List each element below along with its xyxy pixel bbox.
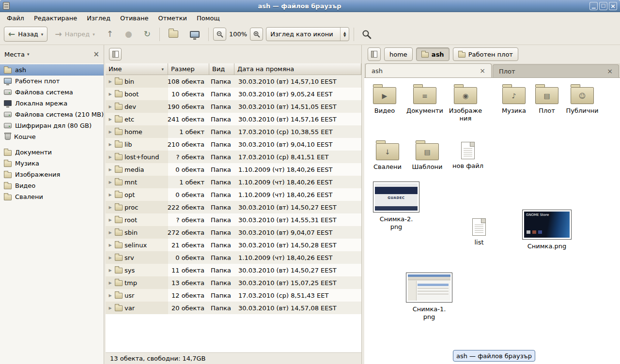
close-button[interactable]: ×	[609, 2, 617, 10]
expander-icon[interactable]: ▶	[108, 105, 113, 109]
sidebar-item-pictures[interactable]: Изображения	[0, 169, 104, 180]
stop-button[interactable]: ●	[121, 27, 137, 42]
expander-icon[interactable]: ▶	[108, 230, 113, 235]
tab-plot[interactable]: Плот×	[493, 64, 619, 77]
expander-icon[interactable]: ▶	[108, 268, 113, 273]
icon-view[interactable]: ▶ Видео ≡ Документи ◉ Изображения ♪ Музи…	[364, 77, 620, 364]
zoom-out-button[interactable]	[213, 28, 226, 41]
sidebar-item-videos[interactable]: Видео	[0, 180, 104, 191]
path-button-home[interactable]: home	[384, 47, 413, 61]
sidebar-item-documents[interactable]: Документи	[0, 147, 104, 158]
expander-icon[interactable]: ▶	[108, 243, 113, 247]
expander-icon[interactable]: ▶	[108, 79, 113, 84]
view-mode-select[interactable]: Изглед като икони ▲▼	[266, 27, 349, 41]
icon-item-snimka-2[interactable]: GUADEC Снимка-2.png	[372, 182, 420, 230]
expander-icon[interactable]: ▶	[108, 205, 113, 210]
column-header-date[interactable]: Дата на промяна	[234, 63, 361, 75]
menu-view[interactable]: Изглед	[82, 13, 115, 23]
icon-item-downloads[interactable]: ↓ Свалени	[367, 140, 408, 171]
combo-spinner-icon[interactable]: ▲▼	[340, 28, 349, 41]
menu-file[interactable]: Файл	[2, 13, 29, 23]
table-row-srv[interactable]: ▶srv0 обектаПапка1.10.2009 (чт) 18,40,26…	[106, 251, 361, 264]
icon-item-templates[interactable]: ▤ Шаблони	[407, 140, 448, 171]
table-row-usr[interactable]: ▶usr12 обектаПапка17.03.2010 (ср) 8,51,4…	[106, 289, 361, 302]
table-row-bin[interactable]: ▶bin108 обектаПапка30.03.2010 (вт) 14,57…	[106, 75, 361, 88]
table-row-sys[interactable]: ▶sys11 обектаПапка30.03.2010 (вт) 14,50,…	[106, 264, 361, 276]
icon-item-snimka-1[interactable]: Снимка-1.png	[405, 273, 453, 320]
sidebar-item-encrypted[interactable]: Шифриран дял (80 GB)	[0, 120, 104, 131]
table-row-tmp[interactable]: ▶tmp13 обектаПапка30.03.2010 (вт) 15,07,…	[106, 276, 361, 289]
expander-icon[interactable]: ▶	[108, 256, 113, 260]
expander-icon[interactable]: ▶	[108, 155, 113, 159]
table-row-boot[interactable]: ▶boot10 обектаПапка30.03.2010 (вт) 9,05,…	[106, 88, 361, 100]
table-row-proc[interactable]: ▶proc222 обектаПапка30.03.2010 (вт) 14,5…	[106, 201, 361, 213]
menu-help[interactable]: Помощ	[192, 13, 225, 23]
sidebar-item-network[interactable]: Локална мрежа	[0, 98, 104, 109]
column-header-size[interactable]: Размер	[168, 63, 209, 75]
expander-icon[interactable]: ▶	[108, 167, 113, 172]
back-dropdown-icon[interactable]: ▾	[41, 32, 44, 37]
expander-icon[interactable]: ▶	[108, 293, 113, 298]
expander-icon[interactable]: ▶	[108, 306, 113, 310]
sidebar-item-filesystem[interactable]: Файлова система	[0, 87, 104, 98]
back-button[interactable]: ← Назад ▾	[4, 27, 47, 42]
icon-item-snimka[interactable]: GNOME Store Снимка.png	[520, 210, 574, 250]
taskbar-window-button[interactable]: ash — файлов браузър	[453, 350, 535, 362]
sidebar-item-filesystem-210mb[interactable]: Файлова система (210 MB)	[0, 109, 104, 120]
icon-item-documents[interactable]: ≡ Документи	[404, 84, 445, 115]
icon-item-desktop[interactable]: ▤ Плот	[527, 84, 567, 115]
sidebar-close-icon[interactable]: ×	[93, 51, 99, 58]
table-row-selinux[interactable]: ▶selinux21 обектаПапка30.03.2010 (вт) 14…	[106, 239, 361, 251]
expander-icon[interactable]: ▶	[108, 218, 113, 222]
expander-icon[interactable]: ▶	[108, 92, 113, 96]
table-row-home[interactable]: ▶home1 обектПапка17.03.2010 (ср) 10,38,5…	[106, 125, 361, 138]
table-row-media[interactable]: ▶media0 обектаПапка1.10.2009 (чт) 18,40,…	[106, 163, 361, 176]
icon-item-pictures[interactable]: ◉ Изображения	[445, 84, 486, 122]
tree-pane-button[interactable]	[109, 48, 122, 61]
expander-icon[interactable]: ▶	[108, 281, 113, 285]
menu-bookmarks[interactable]: Отметки	[153, 13, 191, 23]
menu-edit[interactable]: Редактиране	[29, 13, 82, 23]
menu-go[interactable]: Отиване	[115, 13, 153, 23]
sidebar-item-desktop[interactable]: Работен плот	[0, 76, 104, 87]
table-row-dev[interactable]: ▶dev190 обектаПапка30.03.2010 (вт) 14,51…	[106, 100, 361, 113]
sidebar-item-music[interactable]: Музика	[0, 158, 104, 169]
reload-button[interactable]: ↻	[140, 27, 155, 42]
up-button[interactable]: ↑	[102, 27, 118, 42]
expander-icon[interactable]: ▶	[108, 142, 113, 147]
forward-button[interactable]: → Напред ▾	[50, 27, 99, 42]
icon-item-video[interactable]: ▶ Видео	[364, 84, 405, 115]
sidebar-item-ash[interactable]: ash	[0, 64, 104, 76]
tab-close-icon[interactable]: ×	[480, 67, 485, 74]
tab-ash[interactable]: ash×	[365, 63, 492, 77]
sidebar-item-downloads[interactable]: Свалени	[0, 191, 104, 202]
path-button-desktop[interactable]: Работен плот	[453, 47, 518, 61]
computer-button[interactable]	[186, 27, 204, 42]
table-row-lost-found[interactable]: ▶lost+found? обектаПапка17.03.2010 (ср) …	[106, 151, 361, 163]
sidebar-title[interactable]: Места	[4, 51, 25, 58]
sidebar-dropdown-icon[interactable]: ▾	[27, 52, 30, 57]
minimize-button[interactable]: ▁	[589, 2, 598, 10]
path-button-ash[interactable]: ash	[416, 47, 450, 61]
table-row-root[interactable]: ▶root? обектаПапка30.03.2010 (вт) 14,55,…	[106, 213, 361, 226]
table-row-mnt[interactable]: ▶mnt1 обектПапка1.10.2009 (чт) 18,40,26 …	[106, 176, 361, 188]
search-button[interactable]	[358, 27, 375, 42]
expander-icon[interactable]: ▶	[108, 130, 113, 134]
column-header-kind[interactable]: Вид	[209, 63, 234, 75]
home-button[interactable]	[164, 27, 183, 42]
icon-item-new-file[interactable]: нов файл	[448, 140, 488, 170]
maximize-button[interactable]: □	[599, 2, 607, 10]
sort-arrow-icon[interactable]: ▾	[161, 67, 165, 72]
tab-close-icon[interactable]: ×	[607, 68, 613, 75]
table-row-var[interactable]: ▶var20 обектаПапка30.03.2010 (вт) 14,57,…	[106, 302, 361, 314]
location-toggle-button[interactable]	[368, 47, 381, 61]
icon-item-list[interactable]: list	[459, 216, 499, 246]
sidebar-item-trash[interactable]: Кошче	[0, 131, 104, 142]
table-row-sbin[interactable]: ▶sbin272 обектаПапка30.03.2010 (вт) 9,04…	[106, 226, 361, 239]
expander-icon[interactable]: ▶	[108, 180, 113, 184]
table-row-lib[interactable]: ▶lib210 обектаПапка30.03.2010 (вт) 9,04,…	[106, 138, 361, 151]
table-row-etc[interactable]: ▶etc241 обектаПапка30.03.2010 (вт) 14,57…	[106, 113, 361, 125]
titlebar[interactable]: ash — файлов браузър ▁ □ ×	[0, 0, 620, 12]
expander-icon[interactable]: ▶	[108, 117, 113, 121]
icon-item-public[interactable]: ☺ Публични	[562, 84, 603, 115]
